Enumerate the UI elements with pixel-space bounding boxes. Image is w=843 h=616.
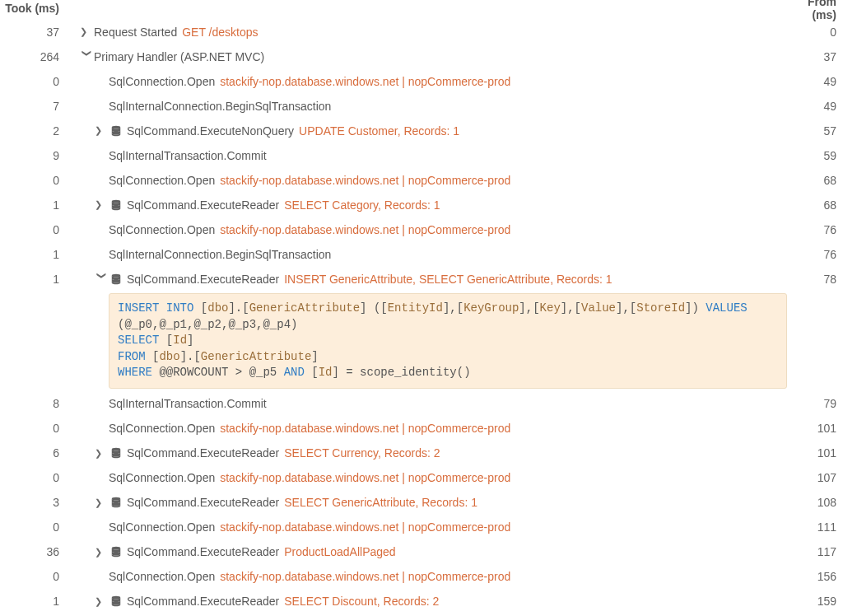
took-ms: 2 (0, 124, 68, 138)
trace-detail: stackify-nop.database.windows.net | nopC… (220, 570, 510, 583)
header-took: Took (ms) (0, 2, 68, 15)
took-ms: 9 (0, 149, 68, 162)
database-icon (109, 273, 123, 285)
trace-label: SqlConnection.Open (109, 75, 215, 88)
took-ms: 0 (0, 75, 68, 88)
chevron-down-icon[interactable]: ❯ (96, 272, 107, 286)
from-ms: 156 (794, 570, 843, 583)
trace-row[interactable]: 7SqlInternalConnection.BeginSqlTransacti… (0, 94, 843, 119)
trace-row[interactable]: 1❯SqlCommand.ExecuteReaderSELECT Discoun… (0, 590, 843, 614)
took-ms: 1 (0, 248, 68, 261)
database-icon (109, 447, 123, 459)
from-ms: 59 (794, 149, 843, 162)
trace-detail: INSERT GenericAttribute, SELECT GenericA… (284, 273, 612, 286)
from-ms: 76 (794, 248, 843, 261)
from-ms: 49 (794, 75, 843, 88)
took-ms: 0 (0, 570, 68, 583)
trace-detail: SELECT Discount, Records: 2 (284, 595, 439, 608)
trace-row[interactable]: 0SqlConnection.Openstackify-nop.database… (0, 417, 843, 441)
trace-detail: GET /desktops (182, 26, 258, 39)
took-ms: 1 (0, 273, 68, 286)
trace-detail: stackify-nop.database.windows.net | nopC… (220, 520, 510, 534)
trace-row[interactable]: 36❯SqlCommand.ExecuteReaderProductLoadAl… (0, 540, 843, 565)
trace-label: SqlConnection.Open (109, 223, 215, 236)
database-icon (109, 595, 123, 607)
trace-table: Took (ms) From (ms) 37❯Request StartedGE… (0, 0, 843, 616)
chevron-right-icon[interactable]: ❯ (95, 125, 109, 136)
from-ms: 78 (794, 273, 843, 286)
chevron-right-icon[interactable]: ❯ (95, 199, 109, 210)
svg-point-2 (112, 273, 121, 277)
svg-point-6 (112, 596, 121, 600)
from-ms: 101 (794, 422, 843, 435)
trace-label: SqlInternalConnection.BeginSqlTransactio… (109, 100, 331, 113)
trace-row[interactable]: 264❯Primary Handler (ASP.NET MVC)37 (0, 44, 843, 69)
database-icon (109, 497, 123, 508)
trace-row[interactable]: 1SqlInternalConnection.BeginSqlTransacti… (0, 242, 843, 267)
took-ms: 3 (0, 496, 68, 509)
chevron-right-icon[interactable]: ❯ (80, 26, 94, 37)
svg-point-3 (112, 448, 121, 451)
took-ms: 1 (0, 198, 68, 212)
chevron-down-icon[interactable]: ❯ (82, 49, 92, 63)
took-ms: 0 (0, 174, 68, 187)
took-ms: 7 (0, 100, 68, 113)
took-ms: 8 (0, 397, 68, 410)
trace-row[interactable]: 0SqlConnection.Openstackify-nop.database… (0, 217, 843, 242)
trace-label: SqlCommand.ExecuteReader (127, 496, 279, 509)
chevron-right-icon[interactable]: ❯ (95, 448, 109, 459)
trace-row[interactable]: 8SqlInternalTransaction.Commit79 (0, 392, 843, 417)
trace-detail: ProductLoadAllPaged (284, 545, 395, 558)
trace-label: SqlCommand.ExecuteReader (127, 545, 279, 558)
trace-label: SqlCommand.ExecuteReader (127, 446, 279, 460)
trace-detail: stackify-nop.database.windows.net | nopC… (220, 471, 510, 484)
trace-label: SqlInternalConnection.BeginSqlTransactio… (109, 248, 331, 261)
trace-label: SqlConnection.Open (109, 422, 215, 435)
trace-row[interactable]: 37❯Request StartedGET /desktops0 (0, 20, 843, 44)
from-ms: 117 (794, 545, 843, 558)
trace-row[interactable]: 6❯SqlCommand.ExecuteReaderSELECT Currenc… (0, 441, 843, 466)
trace-row[interactable]: 0SqlConnection.Openstackify-nop.database… (0, 69, 843, 94)
trace-row[interactable]: 1❯SqlCommand.ExecuteReaderSELECT Categor… (0, 193, 843, 217)
database-icon (109, 125, 123, 137)
from-ms: 101 (794, 446, 843, 460)
took-ms: 6 (0, 446, 68, 460)
trace-label: SqlConnection.Open (109, 570, 215, 583)
trace-detail: SELECT Currency, Records: 2 (284, 446, 440, 460)
trace-label: SqlInternalTransaction.Commit (109, 397, 267, 410)
sql-code-block[interactable]: INSERT INTO [dbo].[GenericAttribute] ([E… (109, 293, 787, 389)
trace-row[interactable]: 0SqlConnection.Openstackify-nop.database… (0, 565, 843, 590)
trace-row[interactable]: 2❯SqlCommand.ExecuteNonQueryUPDATE Custo… (0, 119, 843, 143)
trace-row[interactable]: 3❯SqlCommand.ExecuteReaderSELECT Generic… (0, 491, 843, 516)
took-ms: 264 (0, 50, 68, 63)
from-ms: 37 (794, 50, 843, 63)
trace-detail: stackify-nop.database.windows.net | nopC… (220, 422, 510, 435)
svg-point-1 (112, 199, 121, 203)
from-ms: 111 (794, 520, 843, 534)
trace-detail: stackify-nop.database.windows.net | nopC… (220, 75, 510, 88)
took-ms: 0 (0, 471, 68, 484)
header-row: Took (ms) From (ms) (0, 0, 843, 20)
svg-point-0 (112, 125, 121, 128)
trace-row[interactable]: 0SqlConnection.Openstackify-nop.database… (0, 168, 843, 193)
trace-label: SqlCommand.ExecuteReader (127, 595, 279, 608)
trace-label: SqlConnection.Open (109, 471, 215, 484)
trace-row[interactable]: 0SqlConnection.Openstackify-nop.database… (0, 516, 843, 540)
chevron-right-icon[interactable]: ❯ (95, 596, 109, 607)
took-ms: 0 (0, 520, 68, 534)
from-ms: 68 (794, 174, 843, 187)
took-ms: 0 (0, 223, 68, 236)
trace-label: SqlCommand.ExecuteNonQuery (127, 124, 294, 138)
trace-row[interactable]: 0SqlConnection.Openstackify-nop.database… (0, 466, 843, 491)
trace-row[interactable]: 9SqlInternalTransaction.Commit59 (0, 143, 843, 168)
svg-point-4 (112, 497, 121, 501)
trace-detail: SELECT Category, Records: 1 (284, 198, 440, 212)
chevron-right-icon[interactable]: ❯ (95, 497, 109, 508)
chevron-right-icon[interactable]: ❯ (95, 547, 109, 558)
database-icon (109, 199, 123, 211)
trace-row[interactable]: 1❯SqlCommand.ExecuteReaderINSERT Generic… (0, 267, 843, 292)
trace-label: SqlConnection.Open (109, 174, 215, 187)
trace-detail: UPDATE Customer, Records: 1 (299, 124, 459, 138)
from-ms: 107 (794, 471, 843, 484)
from-ms: 79 (794, 397, 843, 410)
